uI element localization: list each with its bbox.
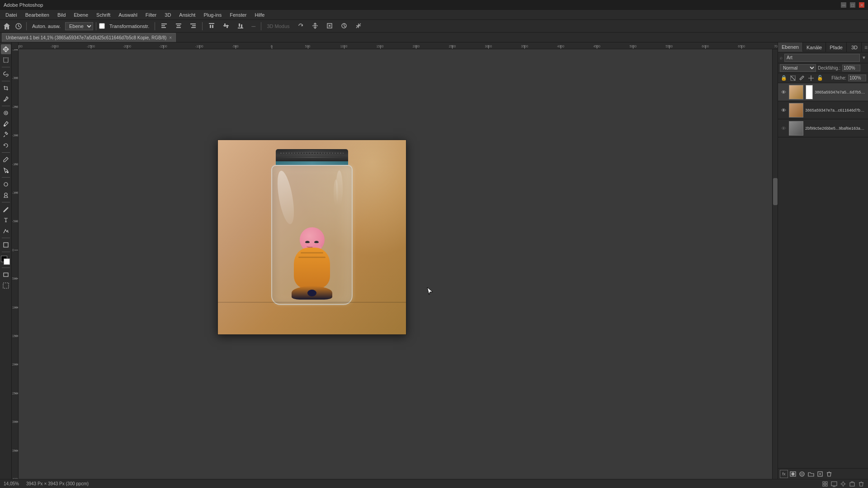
color-picker[interactable] [1,256,11,266]
background-color[interactable] [4,258,10,265]
screen-icon[interactable] [831,481,837,487]
move-3d-button[interactable] [309,21,321,31]
shape-tool[interactable] [1,240,11,250]
panel-collapse-button[interactable]: ≡ [862,44,868,51]
menu-ansicht[interactable]: Ansicht [175,11,199,19]
maximize-button[interactable]: □ [850,2,855,8]
menu-datei[interactable]: Datei [2,11,21,19]
blend-mode-select[interactable]: Normal Auflösen Abdunkeln Multiplizieren [780,64,816,72]
layer-item-2[interactable]: 👁 3865a59347e7a...c611646d7b5c8 [778,101,868,119]
screen-mode-button[interactable] [1,270,11,280]
layer-visibility-2[interactable]: 👁 [780,107,787,114]
blur-tool[interactable] [1,179,11,189]
fill-input[interactable] [848,75,866,81]
grid-icon[interactable] [822,481,828,487]
rotate-3d-button[interactable] [294,21,307,31]
search-filter-icon[interactable]: ▼ [862,55,866,60]
history-tool[interactable] [1,141,11,150]
more-options-button[interactable]: ··· [249,23,258,30]
distribute-middle-button[interactable] [220,21,232,31]
distribute-top-button[interactable] [205,21,218,31]
menu-plugins[interactable]: Plug-ins [200,11,225,19]
auto-select-dropdown[interactable]: Ebene [65,22,93,30]
window-controls[interactable]: ─ □ ✕ [841,2,864,8]
status-bar: 14,05% 3943 Px × 3943 Px (300 ppcm) [0,479,868,488]
document-tab[interactable]: Unbenannt-1 bei 14,1% (3865a59347e7a5d3d… [2,33,176,42]
adjustment-icon[interactable] [798,470,806,478]
menu-bearbeiten[interactable]: Bearbeiten [22,11,53,19]
menu-filter[interactable]: Filter [142,11,160,19]
opacity-input[interactable] [842,65,860,71]
trash-icon[interactable] [858,481,864,487]
menu-hilfe[interactable]: Hilfe [251,11,268,19]
layer-visibility-1[interactable]: 👁 [780,89,787,96]
roll-3d-button[interactable] [338,21,350,31]
scrollbar-thumb[interactable] [773,178,778,205]
selection-tool[interactable] [1,55,11,65]
transformation-checkbox[interactable] [99,23,105,29]
heal-tool[interactable] [1,108,11,118]
lock-icon[interactable]: 🔒 [780,74,788,82]
tab-pfade[interactable]: Pfade [826,42,847,52]
pen-tool[interactable] [1,204,11,214]
svg-rect-4 [176,23,181,24]
dodge-tool[interactable] [1,190,11,200]
layer-item-3[interactable]: 👁 2bf99c5e26bbe5...9baf6e163a9bb [778,119,868,137]
scale-3d-button[interactable] [323,21,336,31]
lasso-tool[interactable] [1,69,11,79]
tab-ebenen[interactable]: Ebenen [778,42,803,52]
path-select-tool[interactable] [1,226,11,236]
minimize-button[interactable]: ─ [841,2,846,8]
lock-position-icon[interactable] [807,74,815,82]
menu-bild[interactable]: Bild [54,11,69,19]
eraser-tool[interactable] [1,155,11,164]
tab-kanaele[interactable]: Kanäle [803,42,826,52]
paint-bucket-tool[interactable] [1,165,11,175]
auto-select-button[interactable]: Auton. ausw. [29,23,63,30]
close-button[interactable]: ✕ [859,2,864,8]
menu-fenster[interactable]: Fenster [226,11,250,19]
lock-transparent-icon[interactable] [789,74,797,82]
slide-3d-button[interactable] [352,21,365,31]
align-left-button[interactable] [158,21,170,31]
brush-tool[interactable] [1,119,11,129]
transformation-button[interactable]: Transformationstr. [107,23,152,30]
canvas-viewport[interactable] [19,49,772,479]
layer-visibility-3[interactable]: 👁 [780,125,787,132]
tool-options-icon[interactable] [14,21,24,31]
crop-tool[interactable] [1,83,11,93]
lock-pixels-icon[interactable] [798,74,806,82]
menu-schrift[interactable]: Schrift [93,11,114,19]
lock-all-icon[interactable]: 🔓 [816,74,824,82]
folder-icon[interactable] [807,470,815,478]
new-layer-icon[interactable] [816,470,824,478]
document-tab-close[interactable]: × [169,35,172,40]
add-mask-icon[interactable] [789,470,797,478]
home-icon[interactable] [2,21,12,31]
3d-mode-button[interactable]: 3D Modus [264,23,292,30]
distribute-bottom-button[interactable] [234,21,247,31]
align-center-button[interactable] [172,21,185,31]
layer-thumbnail-3 [789,121,803,136]
align-right-button[interactable] [187,21,199,31]
settings-icon[interactable] [840,481,846,487]
search-icon: ⌕ [780,55,783,60]
export-icon[interactable] [849,481,855,487]
menu-3d[interactable]: 3D [161,11,175,19]
text-tool[interactable] [1,215,11,225]
menu-auswahl[interactable]: Auswahl [115,11,141,19]
svg-rect-8 [192,25,196,26]
menu-bar: Datei Bearbeiten Bild Ebene Schrift Ausw… [0,10,868,20]
stamp-tool[interactable] [1,130,11,140]
tab-3d[interactable]: 3D [848,42,862,52]
move-tool[interactable] [1,44,11,54]
delete-layer-icon[interactable] [825,470,833,478]
layers-search-input[interactable] [784,54,860,62]
fx-icon[interactable]: fx [780,470,788,478]
artboard-tool[interactable] [1,281,11,291]
zoom-status: 14,05% [4,481,19,486]
menu-ebene[interactable]: Ebene [70,11,92,19]
vertical-scrollbar[interactable] [772,49,778,479]
eyedropper-tool[interactable] [1,94,11,104]
layer-item-1[interactable]: 👁 3865a59347e7a5...6d7b5c8 Kopie [778,83,868,101]
